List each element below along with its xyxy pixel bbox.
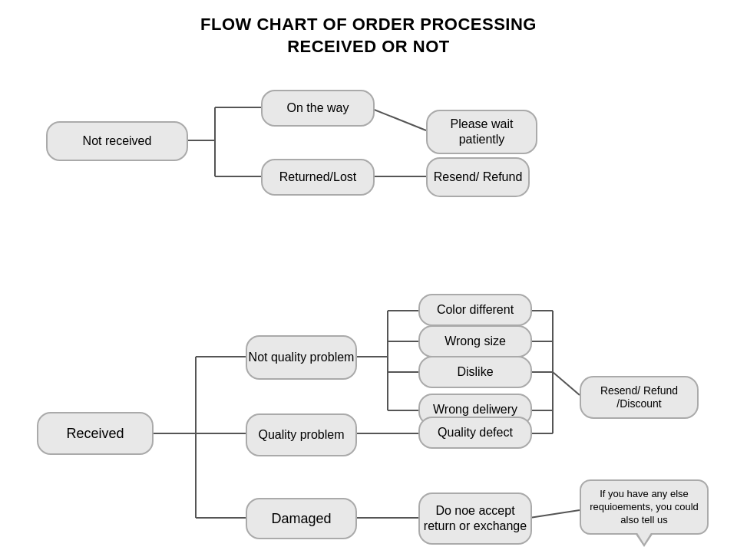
do-not-accept-node: Do noe accept return or exchange [418, 492, 532, 545]
please-wait-node: Please wait patiently [426, 110, 537, 154]
quality-defect-node: Quality defect [418, 417, 532, 449]
if-you-have-node: If you have any else requioements, you c… [580, 479, 709, 535]
damaged-node: Damaged [246, 498, 357, 539]
on-the-way-node: On the way [261, 90, 375, 127]
resend-refund-discount-node: Resend/ Refund /Discount [580, 376, 699, 419]
resend-refund-top-node: Resend/ Refund [426, 157, 530, 197]
svg-line-25 [553, 372, 580, 395]
page-title: FLOW CHART OF ORDER PROCESSING RECEIVED … [0, 0, 737, 58]
dislike-node: Dislike [418, 356, 532, 388]
not-quality-problem-node: Not quality problem [246, 335, 357, 380]
svg-line-4 [368, 107, 426, 130]
quality-problem-node: Quality problem [246, 413, 357, 456]
color-different-node: Color different [418, 294, 532, 326]
received-node: Received [37, 412, 154, 455]
not-received-node: Not received [46, 121, 188, 161]
wrong-size-node: Wrong size [418, 325, 532, 357]
svg-line-26 [530, 510, 580, 518]
returned-lost-node: Returned/Lost [261, 159, 375, 196]
